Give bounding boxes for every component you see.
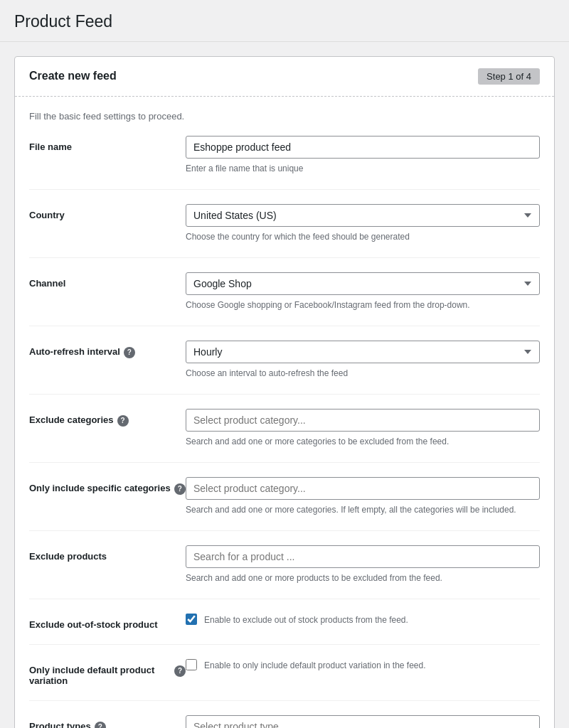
exclude-products-hint: Search and add one or more products to b… bbox=[186, 572, 540, 584]
country-select-wrapper: United States (US) United Kingdom (UK) C… bbox=[186, 204, 540, 227]
channel-row: Channel Google Shop Facebook/Instagram C… bbox=[29, 272, 540, 326]
include-categories-help-icon[interactable]: ? bbox=[174, 483, 186, 495]
product-types-row: Product types ? Choose product types tha… bbox=[29, 715, 540, 728]
step-badge: Step 1 of 4 bbox=[478, 68, 540, 85]
create-feed-card: Create new feed Step 1 of 4 Fill the bas… bbox=[14, 56, 555, 728]
file-name-label-col: File name bbox=[29, 136, 186, 152]
card-title: Create new feed bbox=[29, 70, 117, 82]
default-variation-checkbox[interactable] bbox=[186, 659, 197, 670]
card-body: Fill the basic feed settings to proceed.… bbox=[15, 97, 554, 728]
product-types-input[interactable] bbox=[186, 715, 540, 728]
exclude-categories-control: Search and add one or more categories to… bbox=[186, 409, 540, 448]
auto-refresh-select-wrapper: Hourly Daily Weekly bbox=[186, 341, 540, 363]
default-variation-label: Only include default product variation bbox=[29, 665, 171, 686]
country-select[interactable]: United States (US) United Kingdom (UK) C… bbox=[186, 204, 540, 227]
country-control: United States (US) United Kingdom (UK) C… bbox=[186, 204, 540, 243]
file-name-row: File name Enter a file name that is uniq… bbox=[29, 136, 540, 190]
channel-control: Google Shop Facebook/Instagram Choose Go… bbox=[186, 272, 540, 311]
auto-refresh-hint: Choose an interval to auto-refresh the f… bbox=[186, 367, 540, 380]
exclude-categories-help-icon[interactable]: ? bbox=[117, 415, 129, 427]
exclude-oos-hint: Enable to exclude out of stock products … bbox=[204, 614, 408, 627]
exclude-products-row: Exclude products Search and add one or m… bbox=[29, 545, 540, 599]
file-name-control: Enter a file name that is unique bbox=[186, 136, 540, 175]
product-types-control: Choose product types that need to be inc… bbox=[186, 715, 540, 728]
exclude-products-input[interactable] bbox=[186, 545, 540, 568]
exclude-categories-input[interactable] bbox=[186, 409, 540, 432]
file-name-hint: Enter a file name that is unique bbox=[186, 162, 540, 175]
exclude-categories-label: Exclude categories bbox=[29, 414, 114, 425]
country-hint: Choose the country for which the feed sh… bbox=[186, 230, 540, 243]
exclude-products-control: Search and add one or more products to b… bbox=[186, 545, 540, 584]
channel-label-col: Channel bbox=[29, 272, 186, 289]
exclude-oos-label: Exclude out-of-stock product bbox=[29, 619, 158, 630]
exclude-oos-label-col: Exclude out-of-stock product bbox=[29, 614, 186, 630]
exclude-categories-label-col: Exclude categories ? bbox=[29, 409, 186, 427]
default-variation-label-col: Only include default product variation ? bbox=[29, 659, 186, 686]
page-header: Product Feed bbox=[0, 0, 569, 42]
product-types-label: Product types bbox=[29, 721, 91, 728]
include-categories-label: Only include specific categories bbox=[29, 483, 171, 493]
auto-refresh-select[interactable]: Hourly Daily Weekly bbox=[186, 341, 540, 363]
include-categories-label-col: Only include specific categories ? bbox=[29, 477, 186, 495]
auto-refresh-help-icon[interactable]: ? bbox=[124, 347, 135, 358]
exclude-oos-checkbox[interactable] bbox=[186, 614, 197, 625]
auto-refresh-row: Auto-refresh interval ? Hourly Daily Wee… bbox=[29, 341, 540, 395]
exclude-oos-checkbox-row: Enable to exclude out of stock products … bbox=[186, 614, 540, 627]
default-variation-hint: Enable to only include default product v… bbox=[204, 659, 426, 673]
file-name-input[interactable] bbox=[186, 136, 540, 159]
include-categories-hint: Search and add one or more categories. I… bbox=[186, 503, 540, 516]
auto-refresh-label: Auto-refresh interval bbox=[29, 346, 120, 357]
exclude-oos-row: Exclude out-of-stock product Enable to e… bbox=[29, 614, 540, 645]
default-variation-checkbox-row: Enable to only include default product v… bbox=[186, 659, 540, 673]
default-variation-control: Enable to only include default product v… bbox=[186, 659, 540, 673]
channel-select[interactable]: Google Shop Facebook/Instagram bbox=[186, 272, 540, 295]
include-categories-control: Search and add one or more categories. I… bbox=[186, 477, 540, 516]
product-types-label-col: Product types ? bbox=[29, 715, 186, 728]
default-variation-row: Only include default product variation ?… bbox=[29, 659, 540, 701]
default-variation-help-icon[interactable]: ? bbox=[174, 665, 186, 677]
page-title: Product Feed bbox=[14, 11, 555, 33]
auto-refresh-control: Hourly Daily Weekly Choose an interval t… bbox=[186, 341, 540, 380]
include-categories-row: Only include specific categories ? Searc… bbox=[29, 477, 540, 531]
auto-refresh-label-col: Auto-refresh interval ? bbox=[29, 341, 186, 358]
file-name-label: File name bbox=[29, 141, 72, 152]
exclude-categories-hint: Search and add one or more categories to… bbox=[186, 435, 540, 448]
product-types-help-icon[interactable]: ? bbox=[95, 722, 106, 728]
channel-select-wrapper: Google Shop Facebook/Instagram bbox=[186, 272, 540, 295]
include-categories-input[interactable] bbox=[186, 477, 540, 500]
channel-hint: Choose Google shopping or Facebook/Insta… bbox=[186, 299, 540, 311]
country-label: Country bbox=[29, 210, 65, 220]
channel-label: Channel bbox=[29, 278, 65, 289]
country-row: Country United States (US) United Kingdo… bbox=[29, 204, 540, 258]
card-header: Create new feed Step 1 of 4 bbox=[15, 57, 554, 97]
intro-text: Fill the basic feed settings to proceed. bbox=[29, 111, 540, 122]
country-label-col: Country bbox=[29, 204, 186, 220]
exclude-products-label: Exclude products bbox=[29, 551, 107, 562]
main-content: Create new feed Step 1 of 4 Fill the bas… bbox=[0, 42, 569, 728]
exclude-oos-control: Enable to exclude out of stock products … bbox=[186, 614, 540, 627]
exclude-products-label-col: Exclude products bbox=[29, 545, 186, 562]
exclude-categories-row: Exclude categories ? Search and add one … bbox=[29, 409, 540, 463]
